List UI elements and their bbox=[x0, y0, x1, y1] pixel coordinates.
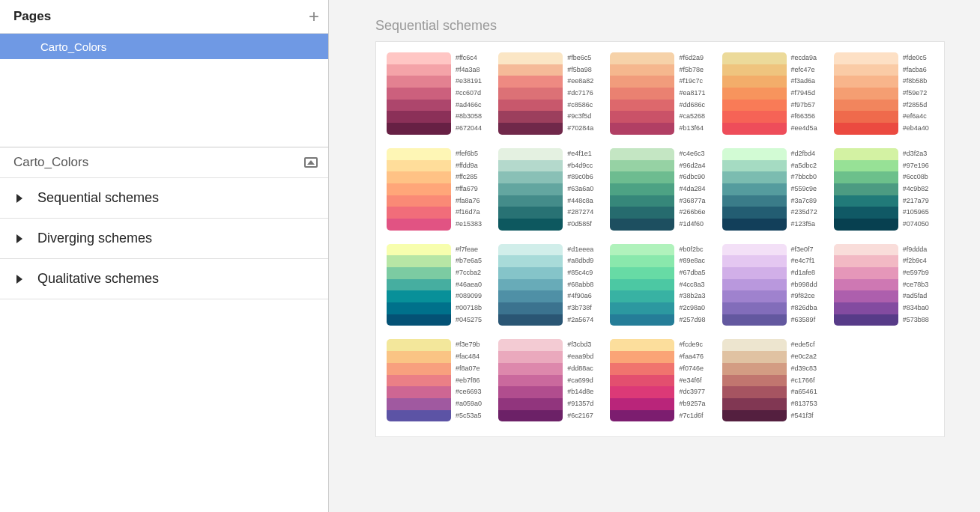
hex-label: #8b3058 bbox=[456, 111, 482, 123]
color-scheme[interactable]: #f3e0f7#e4c7f1#d1afe8#b998dd#9f82ce#826d… bbox=[722, 244, 822, 326]
hex-label: #266b6e bbox=[679, 207, 705, 219]
color-scheme[interactable]: #f3e79b#fac484#f8a07e#eb7f86#ce6693#a059… bbox=[387, 339, 486, 421]
swatch bbox=[610, 76, 674, 88]
swatch bbox=[498, 244, 563, 256]
color-scheme[interactable]: #f3cbd3#eaa9bd#dd88ac#ca699d#b14d8e#9135… bbox=[498, 339, 598, 421]
hex-label: #e597b9 bbox=[903, 267, 929, 279]
swatch bbox=[610, 219, 674, 231]
hex-label: #ea8171 bbox=[679, 88, 705, 100]
hex-label: #ce78b3 bbox=[903, 279, 929, 291]
page-item[interactable]: Carto_Colors bbox=[0, 34, 328, 59]
swatch bbox=[387, 183, 451, 195]
palette-card[interactable]: #ffc6c4#f4a3a8#e38191#cc607d#ad466c#8b30… bbox=[375, 41, 945, 437]
hex-label: #074050 bbox=[903, 219, 929, 231]
color-scheme[interactable]: #fde0c5#facba6#f8b58b#f59e72#f2855d#ef6a… bbox=[834, 52, 934, 135]
swatch-stack bbox=[610, 52, 674, 135]
swatch bbox=[722, 207, 787, 219]
color-scheme[interactable]: #f6d2a9#f5b78e#f19c7c#ea8171#dd686c#ca52… bbox=[610, 52, 710, 135]
hex-label: #fde0c5 bbox=[903, 52, 929, 64]
swatch bbox=[387, 88, 451, 100]
hex-label: #dd88ac bbox=[567, 363, 593, 375]
swatch bbox=[610, 111, 674, 123]
hex-label: #ffa679 bbox=[456, 183, 482, 195]
swatch bbox=[722, 123, 787, 135]
hex-label: #b13f64 bbox=[679, 123, 705, 135]
swatch bbox=[610, 351, 674, 363]
layer-label: Diverging schemes bbox=[37, 231, 152, 246]
hex-label: #d3f2a3 bbox=[903, 148, 929, 160]
swatch bbox=[834, 255, 898, 267]
add-page-button[interactable]: + bbox=[309, 7, 319, 25]
canvas[interactable]: Sequential schemes #ffc6c4#f4a3a8#e38191… bbox=[329, 0, 980, 512]
color-scheme[interactable]: #ecda9a#efc47e#f3ad6a#f7945d#f97b57#f663… bbox=[722, 52, 822, 135]
swatch bbox=[610, 123, 674, 135]
color-scheme[interactable]: #e4f1e1#b4d9cc#89c0b6#63a6a0#448c8a#2872… bbox=[498, 148, 598, 231]
swatch bbox=[610, 148, 674, 160]
hex-labels: #b0f2bc#89e8ac#67dba5#4cc8a3#38b2a3#2c98… bbox=[679, 244, 705, 326]
hex-label: #eb4a40 bbox=[903, 123, 929, 135]
hex-label: #eaa9bd bbox=[567, 351, 593, 363]
hex-label: #3a7c89 bbox=[791, 195, 817, 207]
hex-label: #96d2a4 bbox=[679, 160, 705, 172]
hex-labels: #f6d2a9#f5b78e#f19c7c#ea8171#dd686c#ca52… bbox=[679, 52, 705, 135]
chevron-right-icon bbox=[16, 234, 22, 243]
color-scheme[interactable]: #d1eeea#a8dbd9#85c4c9#68abb8#4f90a6#3b73… bbox=[498, 244, 598, 326]
swatch bbox=[387, 314, 451, 326]
swatch bbox=[722, 111, 787, 123]
hex-label: #efc47e bbox=[791, 64, 817, 76]
hex-label: #217a79 bbox=[903, 195, 929, 207]
hex-label: #d1afe8 bbox=[791, 267, 817, 279]
swatch bbox=[498, 398, 563, 410]
swatch bbox=[387, 160, 451, 172]
hex-label: #257d98 bbox=[679, 314, 705, 326]
color-scheme[interactable]: #d3f2a3#97e196#6cc08b#4c9b82#217a79#1059… bbox=[834, 148, 934, 231]
swatch bbox=[498, 64, 563, 76]
color-scheme[interactable]: #b0f2bc#89e8ac#67dba5#4cc8a3#38b2a3#2c98… bbox=[610, 244, 710, 326]
swatch bbox=[498, 255, 563, 267]
layer-item[interactable]: Sequential schemes bbox=[0, 178, 328, 219]
hex-label: #c4e6c3 bbox=[679, 148, 705, 160]
color-scheme[interactable]: #f9ddda#f2b9c4#e597b9#ce78b3#ad5fad#834b… bbox=[834, 244, 934, 326]
hex-label: #f4a3a8 bbox=[456, 64, 482, 76]
swatch bbox=[834, 76, 898, 88]
hex-label: #70284a bbox=[567, 123, 593, 135]
color-scheme[interactable]: #fbe6c5#f5ba98#ee8a82#dc7176#c8586c#9c3f… bbox=[498, 52, 598, 135]
swatch bbox=[722, 255, 787, 267]
swatch bbox=[498, 363, 563, 375]
swatch bbox=[834, 160, 898, 172]
swatch bbox=[610, 279, 674, 291]
swatch bbox=[387, 100, 451, 112]
hex-label: #6cc08b bbox=[903, 171, 929, 183]
layer-item[interactable]: Qualitative schemes bbox=[0, 259, 328, 299]
color-scheme[interactable]: #fcde9c#faa476#f0746e#e34f6f#dc3977#b925… bbox=[610, 339, 710, 421]
hex-label: #d2fbd4 bbox=[791, 148, 817, 160]
hex-label: #fcde9c bbox=[679, 339, 705, 351]
color-scheme[interactable]: #d2fbd4#a5dbc2#7bbcb0#559c9e#3a7c89#235d… bbox=[722, 148, 822, 231]
swatch bbox=[722, 76, 787, 88]
color-scheme[interactable]: #ffc6c4#f4a3a8#e38191#cc607d#ad466c#8b30… bbox=[387, 52, 486, 135]
swatch bbox=[498, 267, 563, 279]
swatch-stack bbox=[722, 52, 787, 135]
swatch bbox=[834, 244, 898, 256]
hex-label: #cc607d bbox=[456, 88, 482, 100]
color-scheme[interactable]: #fef6b5#ffdd9a#ffc285#ffa679#fa8a76#f16d… bbox=[387, 148, 486, 231]
color-scheme[interactable]: #ede5cf#e0c2a2#d39c83#c1766f#a65461#8137… bbox=[722, 339, 822, 421]
artboard-icon[interactable] bbox=[304, 157, 318, 168]
swatch bbox=[498, 339, 563, 351]
hex-label: #ffc285 bbox=[456, 171, 482, 183]
swatch bbox=[834, 88, 898, 100]
layer-item[interactable]: Diverging schemes bbox=[0, 219, 328, 259]
hex-label: #dc3977 bbox=[679, 386, 705, 398]
color-scheme[interactable]: #c4e6c3#96d2a4#6dbc90#4da284#36877a#266b… bbox=[610, 148, 710, 231]
swatch bbox=[834, 290, 898, 302]
hex-label: #fbe6c5 bbox=[567, 52, 593, 64]
swatch bbox=[610, 52, 674, 64]
swatch bbox=[722, 160, 787, 172]
swatch bbox=[722, 339, 787, 351]
color-scheme[interactable]: #f7feae#b7e6a5#7ccba2#46aea0#089099#0071… bbox=[387, 244, 486, 326]
hex-labels: #c4e6c3#96d2a4#6dbc90#4da284#36877a#266b… bbox=[679, 148, 705, 231]
hex-label: #facba6 bbox=[903, 64, 929, 76]
hex-label: #f8b58b bbox=[903, 76, 929, 88]
swatch bbox=[498, 410, 563, 422]
hex-label: #eb7f86 bbox=[456, 375, 482, 387]
